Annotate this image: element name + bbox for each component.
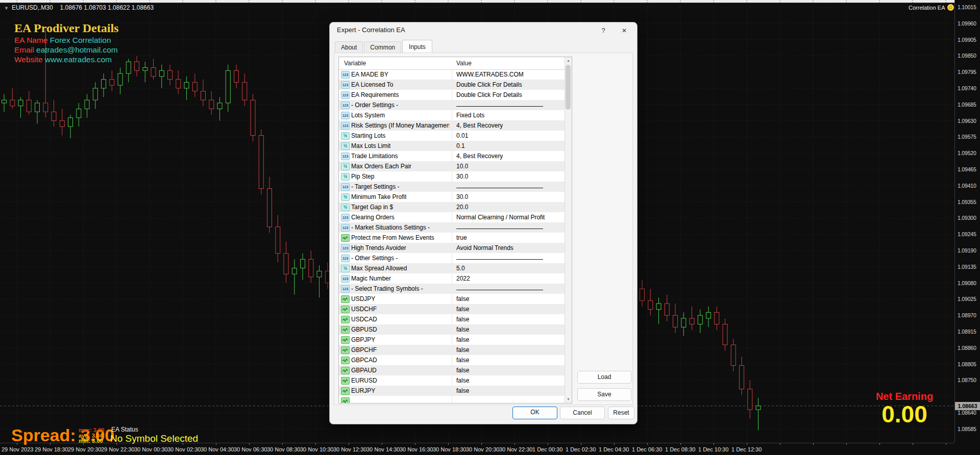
parameter-value[interactable]: Normal Clearning / Normal Profit [456,214,545,221]
parameter-value[interactable]: Double Click For Details [456,81,522,88]
dialog-tabs: AboutCommonInputs [335,40,433,53]
parameter-row[interactable]: ½Max Lots Limit0.1 [339,141,565,151]
parameter-row[interactable]: ½Pip Step30.0 [339,171,565,182]
parameter-name: EA Licensed To [351,81,394,88]
parameter-row[interactable]: Protect me From News Eventstrue [339,233,565,243]
parameter-value[interactable]: 30.0 [456,193,468,200]
integer-type-icon: 123 [341,112,350,119]
time-tick-label: 29 Nov 20:30 [68,446,101,452]
symbol-ohlc-bar[interactable]: ▼EURUSD,.M301.08676 1.08703 1.08622 1.08… [4,4,154,11]
time-tick-label: 30 Nov 12:30 [333,446,366,452]
symbol-name: EURUSD,.M30 [12,4,53,11]
parameter-row[interactable]: EURJPYfalse [339,386,565,396]
save-button[interactable]: Save [577,388,631,401]
parameter-row[interactable]: GBPJPYfalse [339,335,565,345]
parameter-value[interactable]: 10.0 [456,163,468,170]
parameter-row[interactable]: GBPCADfalse [339,355,565,365]
integer-type-icon: 123 [341,153,350,160]
time-tick-mark [780,443,780,445]
parameter-row[interactable]: 123- Market Situations Settings - [339,222,565,233]
ok-button[interactable]: OK [512,407,557,419]
parameter-row[interactable]: GBPAUDfalse [339,365,565,375]
parameter-value[interactable]: true [456,234,467,241]
scroll-down-icon[interactable]: ▼ [565,396,572,403]
parameter-row[interactable]: GBPUSDfalse [339,324,565,335]
parameter-value[interactable]: 2022 [456,275,470,282]
table-scrollbar[interactable]: ▲ ▼ [565,57,572,403]
parameter-value[interactable]: false [456,346,469,353]
parameter-row[interactable]: 123Trade Limitations4, Best Recovery [339,151,565,161]
parameter-row[interactable]: ½Target Gap in $20.0 [339,202,565,212]
reset-button[interactable]: Reset [608,407,634,419]
parameter-row[interactable]: 123- Target Settings - [339,182,565,192]
time-tick-mark [946,443,946,445]
parameter-value[interactable]: false [456,295,469,302]
tab-about[interactable]: About [335,41,363,53]
integer-type-icon: 123 [341,244,350,252]
parameter-row[interactable]: ½Minimum Take Profit30.0 [339,192,565,202]
parameter-name: Protect me From News Events [351,234,434,241]
parameter-row[interactable]: GBPCHFfalse [339,345,565,355]
boolean-type-icon [341,397,350,403]
parameter-row[interactable]: USDCADfalse [339,314,565,324]
tab-common[interactable]: Common [364,41,401,53]
parameter-row[interactable]: USDCHFfalse [339,304,565,314]
symbol-dropdown-icon[interactable]: ▼ [4,6,9,11]
parameter-row[interactable]: USDJPYfalse [339,294,565,304]
parameter-value[interactable]: 0.1 [456,142,465,149]
time-tick-mark [680,443,681,445]
parameter-row[interactable]: 123Risk Settings (If Money Management ..… [339,120,565,131]
parameter-value[interactable]: false [456,387,469,394]
parameter-row[interactable]: 123Lots SystemFixed Lots [339,110,565,120]
load-button[interactable]: Load [577,371,631,384]
parameter-value[interactable]: false [456,377,469,384]
metatrader-chart-window: ▼EURUSD,.M301.08676 1.08703 1.08622 1.08… [0,0,980,455]
time-tick-mark [548,443,548,445]
parameter-value[interactable]: 5.0 [456,265,465,272]
parameter-value[interactable]: false [456,326,469,333]
parameter-row[interactable] [339,396,565,403]
boolean-type-icon [341,367,350,374]
parameter-row[interactable]: ½Max Orders Each Pair10.0 [339,161,565,171]
parameter-value[interactable]: Double Click For Details [456,91,522,98]
parameter-value[interactable]: WWW.EATRADES.COM [456,71,524,78]
help-icon[interactable]: ? [599,26,608,35]
tab-inputs[interactable]: Inputs [402,40,432,54]
parameter-value[interactable]: 30.0 [456,173,468,180]
parameter-value[interactable]: 4, Best Recovery [456,153,503,160]
parameter-row[interactable]: 123High Trends AvoiderAvoid Normal Trend… [339,243,565,253]
parameter-row[interactable]: 123EA MADE BYWWW.EATRADES.COM [339,69,565,80]
parameter-value[interactable]: false [456,336,469,343]
parameter-row[interactable]: 123- Order Settings - [339,100,565,110]
parameter-value[interactable]: false [456,357,469,364]
scrollbar-thumb[interactable] [566,65,571,110]
parameter-row[interactable]: EURUSDfalse [339,375,565,386]
time-tick-mark [581,443,581,445]
time-axis[interactable]: 29 Nov 202329 Nov 18:3029 Nov 20:3029 No… [0,443,954,455]
parameter-value[interactable]: 4, Best Recovery [456,122,503,129]
parameter-value[interactable]: Avoid Normal Trends [456,244,513,251]
parameter-value[interactable]: Fixed Lots [456,112,484,119]
parameter-row[interactable]: 123Magic Number2022 [339,273,565,284]
parameter-row[interactable]: ½Starting Lots0.01 [339,131,565,141]
parameter-row[interactable]: 123Clearing OrdersNormal Clearning / Nor… [339,212,565,222]
parameter-value[interactable]: 0.01 [456,132,468,139]
expert-smiley-icon[interactable]: ☺ [947,4,954,11]
parameter-row[interactable]: 123- Other Settings - [339,253,565,263]
parameter-name: EA MADE BY [351,71,388,78]
parameter-value[interactable]: 20.0 [456,204,468,211]
scroll-up-icon[interactable]: ▲ [565,57,572,64]
parameter-row[interactable]: 123EA RequirementsDouble Click For Detai… [339,90,565,100]
parameter-value[interactable]: false [456,367,469,374]
parameter-row[interactable]: 123- Select Trading Symbols - [339,284,565,294]
time-tick-mark [647,443,648,445]
parameter-value[interactable]: false [456,306,469,313]
parameter-row[interactable]: 123EA Licensed ToDouble Click For Detail… [339,80,565,90]
parameter-value[interactable]: false [456,316,469,323]
price-axis[interactable]: 1.100151.099601.099051.098501.097951.097… [954,0,980,443]
parameter-row[interactable]: ½Max Spread Allowed5.0 [339,263,565,273]
cancel-button[interactable]: Cancel [560,407,605,419]
time-tick-mark [349,443,349,445]
close-icon[interactable]: ✕ [619,26,630,35]
time-tick-mark [448,443,449,445]
